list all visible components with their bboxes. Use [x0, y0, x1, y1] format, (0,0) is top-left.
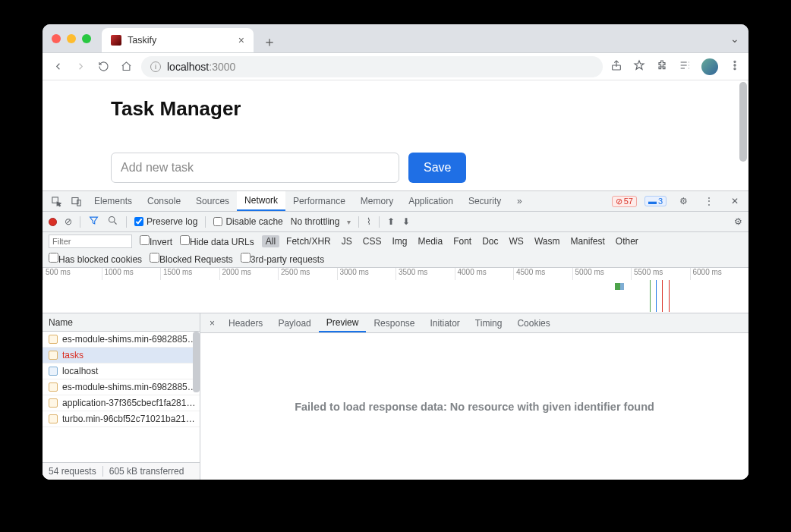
request-name: turbo.min-96cbf52c71021ba21…: [62, 414, 195, 424]
filter-icon[interactable]: [88, 215, 99, 228]
more-icon[interactable]: ⋮: [700, 196, 718, 206]
third-party-checkbox[interactable]: 3rd-party requests: [241, 253, 324, 265]
blocked-requests-checkbox[interactable]: Blocked Requests: [150, 253, 233, 265]
devtools-tab-security[interactable]: Security: [461, 191, 509, 211]
tab-overflow-button[interactable]: ⌄: [730, 33, 739, 45]
info-badge[interactable]: ▬ 3: [644, 196, 667, 206]
download-icon[interactable]: ⬇︎: [402, 216, 410, 227]
minimize-window-button[interactable]: [67, 34, 76, 43]
filter-type-js[interactable]: JS: [338, 235, 356, 247]
share-button[interactable]: [610, 59, 622, 74]
hide-data-urls-checkbox[interactable]: Hide data URLs: [180, 235, 254, 247]
url-field[interactable]: i localhost:3000: [141, 56, 603, 77]
filter-type-media[interactable]: Media: [414, 235, 446, 247]
maximize-window-button[interactable]: [82, 34, 91, 43]
record-button[interactable]: [49, 218, 57, 226]
file-icon: [49, 398, 58, 408]
filter-input[interactable]: [49, 235, 132, 248]
home-button[interactable]: [118, 59, 134, 74]
filter-type-other[interactable]: Other: [612, 235, 642, 247]
timeline-tick: 1500 ms: [160, 268, 219, 280]
scrollbar[interactable]: [193, 332, 200, 392]
detail-tab-timing[interactable]: Timing: [468, 313, 510, 332]
browser-tab[interactable]: Taskify ×: [102, 28, 254, 52]
devtools-tab-memory[interactable]: Memory: [353, 191, 401, 211]
filter-type-fetchxhr[interactable]: Fetch/XHR: [282, 235, 335, 247]
throttling-select[interactable]: No throttling: [291, 216, 340, 227]
detail-tab-preview[interactable]: Preview: [319, 313, 367, 332]
menu-button[interactable]: [729, 59, 741, 74]
close-detail-icon[interactable]: ×: [203, 318, 221, 329]
filter-type-ws[interactable]: WS: [506, 235, 528, 247]
preserve-log-checkbox[interactable]: Preserve log: [134, 216, 197, 227]
detail-tab-payload[interactable]: Payload: [270, 313, 318, 332]
inspect-icon[interactable]: [47, 196, 65, 207]
more-tabs-icon[interactable]: »: [510, 196, 528, 206]
titlebar: Taskify × ＋ ⌄: [43, 24, 748, 53]
detail-tab-initiator[interactable]: Initiator: [422, 313, 467, 332]
device-toggle-icon[interactable]: [67, 196, 85, 207]
invert-checkbox[interactable]: Invert: [140, 235, 172, 247]
save-button[interactable]: Save: [408, 153, 466, 183]
network-body: Name es-module-shims.min-6982885…taskslo…: [43, 313, 748, 480]
request-name: application-37f365cbecf1fa281…: [62, 398, 195, 408]
svg-point-7: [109, 217, 115, 223]
page-heading: Task Manager: [111, 97, 680, 121]
site-info-icon[interactable]: i: [150, 61, 161, 72]
request-row[interactable]: localhost: [43, 364, 200, 379]
filter-type-all[interactable]: All: [262, 235, 279, 247]
devtools-tab-console[interactable]: Console: [140, 191, 188, 211]
filter-type-font[interactable]: Font: [449, 235, 475, 247]
clear-button[interactable]: ⊘: [65, 216, 72, 227]
forward-button[interactable]: [73, 59, 88, 74]
bookmark-button[interactable]: [633, 59, 645, 74]
close-window-button[interactable]: [52, 34, 61, 43]
request-name: tasks: [62, 350, 84, 360]
network-settings-icon[interactable]: ⚙︎: [734, 216, 742, 227]
timeline-tick: 2500 ms: [278, 268, 337, 280]
new-task-input[interactable]: [111, 153, 399, 183]
profile-avatar[interactable]: [701, 58, 718, 75]
timeline-tick: 5500 ms: [631, 268, 690, 280]
reload-button[interactable]: [96, 59, 111, 74]
new-tab-button[interactable]: ＋: [258, 31, 281, 52]
devtools-tab-network[interactable]: Network: [237, 191, 285, 211]
filter-type-doc[interactable]: Doc: [478, 235, 502, 247]
file-icon: [49, 382, 58, 392]
timeline-tick: 3500 ms: [396, 268, 455, 280]
request-row[interactable]: application-37f365cbecf1fa281…: [43, 395, 200, 411]
upload-icon[interactable]: ⬆︎: [387, 216, 395, 227]
close-tab-button[interactable]: ×: [238, 34, 244, 46]
window-scrollbar[interactable]: [739, 82, 747, 162]
settings-icon[interactable]: ⚙︎: [674, 196, 692, 206]
search-icon[interactable]: [107, 215, 118, 228]
back-button[interactable]: [50, 59, 65, 74]
extensions-button[interactable]: [656, 59, 668, 74]
filter-type-css[interactable]: CSS: [359, 235, 386, 247]
request-row[interactable]: es-module-shims.min-6982885…: [43, 379, 200, 395]
devtools-tab-application[interactable]: Application: [401, 191, 461, 211]
request-row[interactable]: tasks: [43, 348, 200, 364]
reading-list-button[interactable]: [679, 59, 691, 74]
favicon-icon: [111, 35, 121, 46]
request-row[interactable]: turbo.min-96cbf52c71021ba21…: [43, 411, 200, 427]
filter-type-manifest[interactable]: Manifest: [566, 235, 608, 247]
disable-cache-checkbox[interactable]: Disable cache: [213, 216, 282, 227]
detail-tab-cookies[interactable]: Cookies: [509, 313, 557, 332]
network-timeline[interactable]: 500 ms1000 ms1500 ms2000 ms2500 ms3000 m…: [43, 268, 748, 313]
request-detail-panel: × HeadersPayloadPreviewResponseInitiator…: [200, 313, 748, 480]
browser-tabs: Taskify × ＋: [102, 24, 281, 52]
devtools-tab-performance[interactable]: Performance: [285, 191, 353, 211]
wifi-icon[interactable]: ⌇: [367, 216, 371, 227]
error-badge[interactable]: ⊘ 57: [612, 196, 637, 207]
detail-tab-headers[interactable]: Headers: [221, 313, 270, 332]
filter-type-wasm[interactable]: Wasm: [531, 235, 564, 247]
blocked-cookies-checkbox[interactable]: Has blocked cookies: [49, 253, 142, 265]
filter-type-img[interactable]: Img: [388, 235, 411, 247]
request-row[interactable]: es-module-shims.min-6982885…: [43, 332, 200, 348]
devtools-tab-sources[interactable]: Sources: [188, 191, 237, 211]
detail-tab-response[interactable]: Response: [366, 313, 422, 332]
devtools-tab-elements[interactable]: Elements: [87, 191, 140, 211]
close-devtools-icon[interactable]: ✕: [726, 196, 744, 206]
request-name: es-module-shims.min-6982885…: [62, 382, 197, 392]
